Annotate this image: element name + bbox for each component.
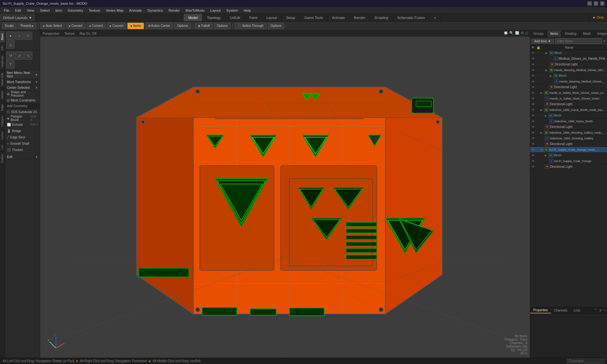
thicken-item[interactable]: ⬛ Thicken: [5, 147, 40, 153]
tab-model[interactable]: Model: [184, 14, 202, 21]
list-item[interactable]: 👁 i Medical_Gloves_on_Hands_Pink: [530, 56, 607, 62]
tool-triangle[interactable]: △: [6, 40, 15, 49]
vtab-vertex[interactable]: Vertex: [0, 88, 5, 102]
items-btn[interactable]: ● Items: [127, 23, 144, 29]
sds-subdivide-item[interactable]: ⬡ SDS Subdivide 2X: [5, 109, 40, 115]
menu-layout[interactable]: Layout: [208, 8, 223, 13]
command-input[interactable]: [567, 359, 604, 364]
rtab-images[interactable]: Images: [594, 30, 607, 37]
menu-file[interactable]: File: [1, 8, 12, 13]
menu-item[interactable]: Item: [53, 8, 64, 13]
snaps-precision-item[interactable]: ⊞ Snaps and Precision: [5, 91, 40, 97]
tool-text[interactable]: T: [6, 60, 15, 69]
vtab-polygon[interactable]: Polygon: [0, 113, 5, 129]
list-item[interactable]: 👁 ☀ Directional Light: [530, 164, 607, 170]
filter-items-input[interactable]: [555, 38, 602, 44]
edit-row[interactable]: Edit ▼: [5, 154, 40, 160]
vtab-basic[interactable]: Basic: [0, 30, 5, 43]
rtab-items[interactable]: Items: [547, 30, 561, 37]
tool-rotate[interactable]: ↺: [6, 52, 15, 60]
extrude-item[interactable]: ⬜ Extrude Shift V: [5, 121, 40, 128]
viewport-icon-5[interactable]: ◻: [525, 31, 528, 35]
close-btn[interactable]: ✕: [600, 1, 604, 6]
center-selected-row[interactable]: Center Selected ▼: [5, 85, 40, 91]
menu-texture[interactable]: Texture: [86, 8, 103, 13]
list-item[interactable]: 👁 ▶ G Sideshow_1889_Game_Booth_modo_base…: [530, 107, 607, 113]
rtab-groups[interactable]: Groups: [530, 30, 547, 37]
tab-schematic-fusion[interactable]: Schematic Fusion: [393, 14, 429, 21]
menu-select[interactable]: Select: [37, 8, 52, 13]
list-item[interactable]: 👁 ▶ M Mesh: [530, 153, 607, 158]
menu-render[interactable]: Render: [166, 8, 182, 13]
convert-btn-1[interactable]: ▸ Convert: [66, 23, 85, 29]
list-item[interactable]: 👁 i Hands_Wearing_Medical_Gloves_White: [530, 79, 607, 84]
tool-circle[interactable]: ●: [6, 32, 15, 40]
layout-dropdown[interactable]: Default Layouts ▼: [0, 14, 35, 21]
list-item[interactable]: 👁 ▼ G Sci-Fi_Supply_Crate_Orange_modo_..…: [530, 147, 607, 153]
list-item[interactable]: 👁 ☀ Directional Light: [530, 124, 607, 130]
menu-help[interactable]: Help: [241, 8, 254, 13]
list-item[interactable]: 👁 i Hands_in_Safety_Work_Gloves_Green: [530, 96, 607, 101]
menu-system[interactable]: System: [224, 8, 241, 13]
options-btn-3[interactable]: Options: [268, 23, 284, 29]
vtab-duplicate[interactable]: Duplicate: [0, 53, 5, 70]
minimize-btn[interactable]: ─: [587, 1, 592, 6]
list-item[interactable]: 👁 ☀ Directional Light: [530, 141, 607, 147]
list-item[interactable]: 👁 ☀ Directional Light: [530, 84, 607, 90]
rtab-shading[interactable]: Shading: [561, 30, 580, 37]
brtab-close-icon[interactable]: ✕: [603, 309, 606, 312]
add-item-btn[interactable]: Add Item ▼: [531, 39, 554, 44]
list-item[interactable]: 👁 ▶ M Mesh: [530, 113, 607, 118]
brtab-plus[interactable]: +: [593, 307, 598, 313]
list-item[interactable]: 👁 i Sideshow_1889_Game_Booth: [530, 118, 607, 124]
menu-edit[interactable]: Edit: [13, 8, 24, 13]
tab-scripting[interactable]: Scripting: [370, 14, 393, 21]
brtab-properties[interactable]: Properties: [530, 307, 551, 313]
presets-btn[interactable]: Presets ▸: [18, 23, 37, 29]
convert-btn-3[interactable]: ▸ Convert: [107, 23, 126, 29]
vtab-uv[interactable]: UV: [0, 142, 5, 152]
list-item[interactable]: 👁 ☀ Directional Light: [530, 101, 607, 107]
viewport-icon-3[interactable]: 🔄: [515, 31, 519, 35]
vtab-curve[interactable]: Curve: [0, 129, 5, 142]
tool-scale[interactable]: ⤡: [24, 52, 32, 60]
vtab-fusion[interactable]: Fusion: [0, 151, 5, 165]
list-item[interactable]: 👁 ▶ G Sideshow_1889_Shooting_Gallery_mod…: [530, 130, 607, 136]
edge-slice-item[interactable]: ╱ Edge Slice: [5, 134, 40, 140]
tab-setup[interactable]: Setup: [282, 14, 300, 21]
convert-btn-2[interactable]: ▸ Convert: [87, 23, 106, 29]
list-item[interactable]: 👁 i Sci-Fi_Supply_Crate_Orange: [530, 158, 607, 164]
tab-uvedit[interactable]: UvEdit: [225, 14, 245, 21]
list-item[interactable]: 👁 ▶ M Mesh: [530, 73, 607, 79]
maximize-btn[interactable]: □: [594, 1, 598, 6]
tool-scale-x[interactable]: ⤢: [15, 52, 23, 60]
tool-ring[interactable]: ○: [15, 32, 23, 40]
list-item[interactable]: 👁 ▶ G Hands_Wearing_Medical_Gloves_White…: [530, 67, 607, 73]
menu-maxtomodo[interactable]: MaxToModo: [183, 8, 207, 13]
star-only-btn[interactable]: ★ Only: [589, 14, 607, 21]
sculpt-label-btn[interactable]: Sculpt: [2, 23, 16, 29]
more-transforms-row[interactable]: More Transforms ▼: [5, 79, 40, 85]
viewport-icon-1[interactable]: 🔲: [504, 31, 508, 35]
menu-view[interactable]: View: [24, 8, 37, 13]
tab-animate[interactable]: Animate: [328, 14, 349, 21]
tab-render[interactable]: Render: [350, 14, 370, 21]
brtab-expand-icon[interactable]: ◤: [600, 309, 602, 312]
menu-geometry[interactable]: Geometry: [65, 8, 85, 13]
filter-close-icon[interactable]: ✕: [603, 39, 606, 43]
list-item[interactable]: 👁 i Sideshow_1889_Shooting_Gallery: [530, 136, 607, 141]
list-item[interactable]: 👁 ☀ Directional Light: [530, 62, 607, 67]
items-list[interactable]: 👁 ▶ M Mesh 👁 i Medical_Gloves_on_Hands_P…: [530, 50, 607, 307]
smooth-shaft-item[interactable]: ⌁ Smooth Shaft: [5, 140, 40, 147]
viewport[interactable]: Perspective Texture Ray GL: Off 🔲 🔍 🔄 ⚙ …: [40, 30, 530, 358]
brtab-channels[interactable]: Channels: [551, 307, 571, 313]
tab-layout[interactable]: Layout: [262, 14, 282, 21]
list-item[interactable]: 👁 ▶ M Mesh: [530, 50, 607, 56]
falloff-btn[interactable]: ◈ Falloff: [195, 23, 213, 29]
rtab-mesh[interactable]: Mesh: [580, 30, 594, 37]
polygon-bevel-item[interactable]: ◈ Polygon Bevel Shift B: [5, 115, 40, 121]
menu-dynamics[interactable]: Dynamics: [145, 8, 165, 13]
action-center-btn[interactable]: ⊕ Action Center: [145, 23, 173, 29]
bridge-item[interactable]: ⌛ Bridge: [5, 128, 40, 134]
options-btn-1[interactable]: Options: [174, 23, 191, 29]
